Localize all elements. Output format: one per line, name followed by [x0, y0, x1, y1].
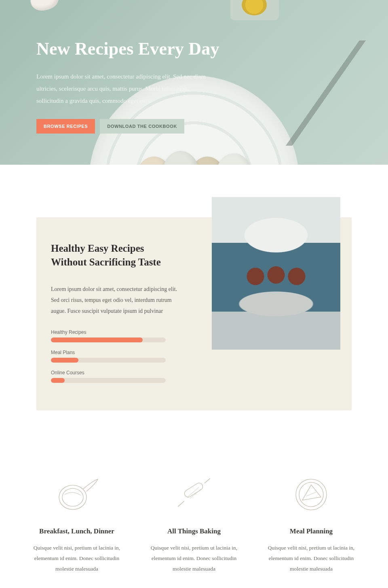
egg-yolk-decor: [230, 0, 279, 20]
svg-point-3: [296, 479, 327, 510]
hero-section: New Recipes Every Day Lorem ipsum dolor …: [0, 0, 388, 165]
svg-rect-2: [183, 482, 204, 499]
progress-fill: [51, 338, 143, 342]
svg-point-1: [62, 488, 83, 506]
feature-baking: All Things Baking Quisque velit nisi, pr…: [146, 475, 242, 574]
rolling-pin-icon: [170, 475, 218, 514]
plate-crepe-icon: [287, 475, 335, 514]
download-cookbook-button[interactable]: Download the Cookbook: [100, 119, 184, 134]
progress-fill: [51, 358, 78, 363]
feature-title: Breakfast, Lunch, Dinner: [28, 527, 125, 535]
progress-online-courses: Online Courses: [51, 370, 180, 383]
progress-label: Online Courses: [51, 370, 180, 376]
progress-track: [51, 358, 166, 363]
about-photo: [212, 197, 340, 350]
feature-description: Quisque velit nisi, pretium ut lacinia i…: [146, 543, 242, 574]
hero-content: New Recipes Every Day Lorem ipsum dolor …: [0, 0, 226, 134]
hero-description: Lorem ipsum dolor sit amet, consectetur …: [36, 70, 210, 107]
feature-meal-planning: Meal Planning Quisque velit nisi, pretiu…: [263, 475, 360, 574]
hero-actions: Browse Recipes Download the Cookbook: [36, 119, 226, 134]
about-text: Healthy Easy Recipes Without Sacrificing…: [51, 242, 180, 383]
svg-point-4: [299, 482, 323, 507]
progress-healthy-recipes: Healthy Recipes: [51, 329, 180, 342]
progress-fill: [51, 378, 65, 383]
progress-track: [51, 338, 166, 342]
feature-title: All Things Baking: [146, 527, 242, 535]
skillet-icon: [53, 475, 101, 514]
feature-description: Quisque velit nisi, pretium ut lacinia i…: [263, 543, 360, 574]
progress-label: Healthy Recipes: [51, 329, 180, 335]
feature-description: Quisque velit nisi, pretium ut lacinia i…: [28, 543, 125, 574]
progress-label: Meal Plans: [51, 350, 180, 355]
feature-breakfast: Breakfast, Lunch, Dinner Quisque velit n…: [28, 475, 125, 574]
eggs-decor: [141, 157, 247, 165]
progress-meal-plans: Meal Plans: [51, 350, 180, 363]
about-title: Healthy Easy Recipes Without Sacrificing…: [51, 242, 180, 269]
features-section: Breakfast, Lunch, Dinner Quisque velit n…: [0, 410, 388, 588]
about-description: Lorem ipsum dolor sit amet, consectetur …: [51, 284, 180, 317]
progress-track: [51, 378, 166, 383]
hero-title: New Recipes Every Day: [36, 38, 226, 59]
feature-title: Meal Planning: [263, 527, 360, 535]
about-section: Healthy Easy Recipes Without Sacrificing…: [0, 165, 388, 410]
svg-point-0: [59, 485, 86, 509]
progress-list: Healthy Recipes Meal Plans Online Course…: [51, 329, 180, 383]
browse-recipes-button[interactable]: Browse Recipes: [36, 119, 95, 134]
